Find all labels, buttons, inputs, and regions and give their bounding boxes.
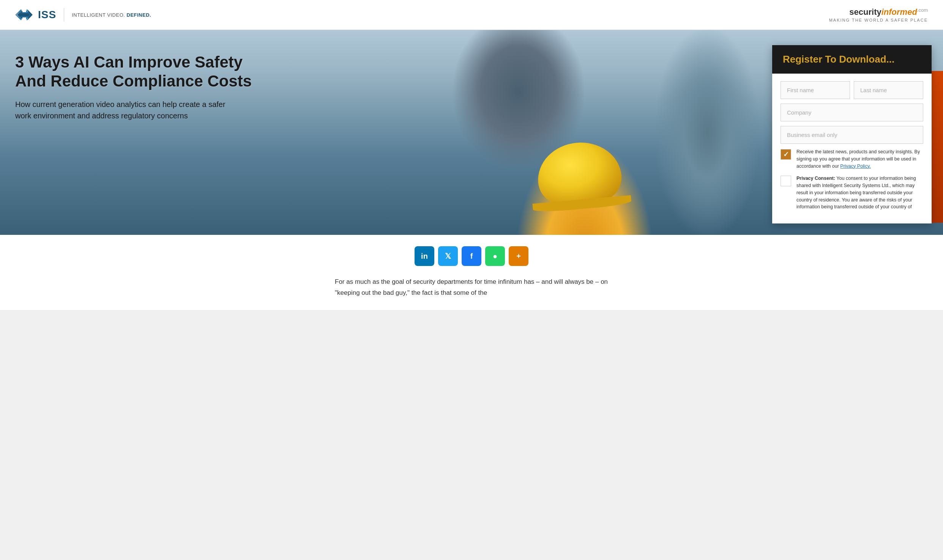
facebook-icon: f [470, 252, 473, 261]
security-text: security [849, 7, 881, 17]
company-group [781, 104, 923, 121]
iss-tagline: INTELLIGENT VIDEO. DEFINED. [72, 12, 151, 18]
below-hero-section: in 𝕏 f ● + For as much as the goal of se… [0, 235, 943, 310]
newsletter-checkbox-text: Receive the latest news, products and se… [796, 148, 923, 170]
twitter-share-button[interactable]: 𝕏 [438, 246, 458, 266]
last-name-input[interactable] [854, 81, 923, 99]
company-input[interactable] [781, 104, 923, 121]
social-share-row: in 𝕏 f ● + [15, 246, 928, 266]
linkedin-icon: in [421, 252, 428, 261]
first-name-input[interactable] [781, 81, 850, 99]
privacy-policy-link[interactable]: Privacy Policy. [840, 164, 870, 169]
name-row [781, 81, 923, 99]
hero-content: 3 Ways AI Can Improve Safety And Reduce … [0, 30, 273, 137]
iss-tagline-highlight: DEFINED. [127, 12, 151, 18]
informed-text: informed [882, 7, 917, 17]
article-paragraph-1: For as much as the goal of security depa… [335, 277, 608, 299]
whatsapp-icon: ● [493, 252, 497, 261]
article-body: For as much as the goal of security depa… [335, 277, 608, 299]
whatsapp-share-button[interactable]: ● [485, 246, 505, 266]
iss-logo[interactable]: ISS [15, 7, 56, 23]
email-group [781, 126, 923, 144]
security-informed-brand: securityinformed.com [829, 7, 928, 17]
privacy-checkbox-row: Privacy Consent: You consent to your inf… [781, 175, 923, 211]
newsletter-checkbox[interactable] [781, 149, 791, 160]
iss-logo-icon [15, 7, 35, 23]
security-informed-tagline: Making The World A Safer Place [829, 18, 928, 22]
register-form: Register To Download... Receive the late… [772, 45, 932, 223]
facebook-share-button[interactable]: f [462, 246, 481, 266]
linkedin-share-button[interactable]: in [415, 246, 434, 266]
twitter-icon: 𝕏 [445, 252, 451, 261]
header-divider [64, 8, 64, 22]
privacy-bold-label: Privacy Consent: [796, 176, 835, 181]
email-input[interactable] [781, 126, 923, 144]
hero-section: 3 Ways AI Can Improve Safety And Reduce … [0, 30, 943, 235]
privacy-checkbox[interactable] [781, 176, 791, 186]
register-form-header: Register To Download... [772, 45, 932, 74]
register-form-body: Receive the latest news, products and se… [772, 74, 932, 223]
iss-brand-text: ISS [38, 9, 56, 21]
plus-icon: + [516, 252, 521, 261]
dotcom-text: .com [917, 7, 928, 13]
privacy-checkbox-text: Privacy Consent: You consent to your inf… [796, 175, 923, 211]
hero-subtitle: How current generation video analytics c… [15, 99, 235, 121]
register-form-title: Register To Download... [783, 53, 921, 65]
page-header: ISS INTELLIGENT VIDEO. DEFINED. security… [0, 0, 943, 30]
newsletter-checkbox-row: Receive the latest news, products and se… [781, 148, 923, 170]
security-informed-logo[interactable]: securityinformed.com Making The World A … [829, 7, 928, 22]
iss-logo-group: ISS INTELLIGENT VIDEO. DEFINED. [15, 7, 151, 23]
hero-title: 3 Ways AI Can Improve Safety And Reduce … [15, 53, 258, 91]
more-share-button[interactable]: + [509, 246, 528, 266]
